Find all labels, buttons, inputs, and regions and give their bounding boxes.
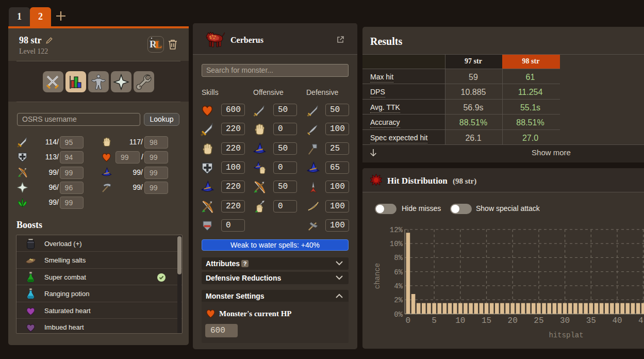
svg-text:0: 0 <box>406 316 411 325</box>
svg-text:15: 15 <box>482 316 491 325</box>
svg-text:10%: 10% <box>390 240 403 248</box>
svg-text:20: 20 <box>508 316 518 325</box>
svg-text:30: 30 <box>560 316 570 325</box>
svg-text:25: 25 <box>534 316 543 325</box>
svg-text:4%: 4% <box>394 282 403 290</box>
svg-text:40: 40 <box>612 316 622 325</box>
svg-text:12%: 12% <box>390 226 403 234</box>
svg-text:8%: 8% <box>394 254 403 262</box>
svg-text:5: 5 <box>432 316 437 325</box>
svg-text:45: 45 <box>638 316 644 325</box>
svg-text:10: 10 <box>455 316 465 325</box>
svg-text:0%: 0% <box>394 311 403 319</box>
svg-text:chance: chance <box>373 263 382 289</box>
svg-text:hitsplat: hitsplat <box>549 331 583 339</box>
svg-text:2%: 2% <box>394 296 403 304</box>
svg-text:35: 35 <box>586 316 596 325</box>
svg-text:6%: 6% <box>394 268 403 276</box>
